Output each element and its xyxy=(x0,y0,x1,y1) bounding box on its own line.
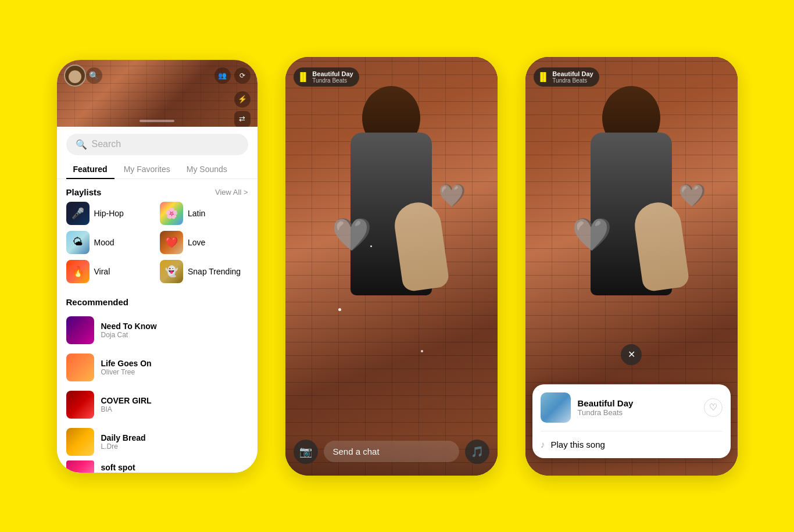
music-panel: 🔍 Search Featured My Favorites My Sounds… xyxy=(57,127,257,473)
song-card-divider xyxy=(541,431,723,431)
play-row: ♪ Play this song xyxy=(541,440,723,450)
rec-thumb-soft-spot xyxy=(66,460,94,473)
bottom-bar-2: 📷 Send a chat 🎵 xyxy=(285,434,498,476)
song-title: Beautiful Day xyxy=(578,398,697,408)
playlist-thumb-latin: 🌸 xyxy=(160,202,183,225)
rec-thumb-need-to-know xyxy=(66,316,94,344)
playlist-thumb-love: ❤️ xyxy=(160,231,183,254)
music-wave-icon-3: ▐▌ xyxy=(538,72,549,81)
view-all-button[interactable]: View All > xyxy=(215,188,248,197)
playlist-mood[interactable]: 🌤 Mood xyxy=(66,231,155,254)
song-artist: Tundra Beats xyxy=(578,408,697,417)
tab-my-sounds[interactable]: My Sounds xyxy=(180,160,234,178)
send-chat-input[interactable]: Send a chat xyxy=(324,441,459,462)
rec-title-soft-spot: soft spot xyxy=(101,463,135,472)
music-button-2[interactable]: 🎵 xyxy=(465,440,489,464)
rec-artist-daily-bread: L.Dre xyxy=(101,442,248,451)
music-badge-3[interactable]: ▐▌ Beautiful Day Tundra Beats xyxy=(534,67,599,87)
playlist-thumb-viral: 🔥 xyxy=(66,260,90,283)
ar-heart-left-3: 🩶 xyxy=(572,216,612,253)
playlist-name-hip-hop: Hip-Hop xyxy=(94,209,124,218)
avatar[interactable] xyxy=(64,65,86,87)
rec-info-cover-girl: COVER GIRL BIA xyxy=(101,396,248,413)
search-icon-top[interactable]: 🔍 xyxy=(86,67,102,84)
rec-title-cover-girl: COVER GIRL xyxy=(101,396,248,405)
playlist-latin[interactable]: 🌸 Latin xyxy=(160,202,248,225)
music-badge-2[interactable]: ▐▌ Beautiful Day Tundra Beats xyxy=(294,67,359,87)
playlists-header: Playlists View All > xyxy=(57,179,257,202)
music-note-icon: ♪ xyxy=(541,440,545,450)
camera-bg-2: 🩶 🩶 ▐▌ Beautiful Day Tundra Beats 📷 Send… xyxy=(285,57,498,476)
sparkle-3 xyxy=(370,245,372,247)
sparkle-2 xyxy=(421,350,423,352)
rec-item-daily-bread[interactable]: Daily Bread L.Dre xyxy=(57,423,257,460)
tabs-row: Featured My Favorites My Sounds xyxy=(57,160,257,179)
phone-camera-ar: 🩶 🩶 ▐▌ Beautiful Day Tundra Beats 📷 Send… xyxy=(285,57,498,476)
rec-artist-need-to-know: Doja Cat xyxy=(101,331,248,339)
rec-item-need-to-know[interactable]: Need To Know Doja Cat xyxy=(57,312,257,349)
rec-artist-cover-girl: BIA xyxy=(101,405,248,413)
playlist-viral[interactable]: 🔥 Viral xyxy=(66,260,155,283)
badge-song-title-2: Beautiful Day xyxy=(312,70,353,77)
rec-info-need-to-know: Need To Know Doja Cat xyxy=(101,322,248,339)
rec-thumb-cover-girl xyxy=(66,391,94,419)
playlist-name-mood: Mood xyxy=(94,238,115,247)
ar-heart-right: 🩶 xyxy=(438,183,466,208)
playlist-name-latin: Latin xyxy=(188,209,205,218)
playlists-title: Playlists xyxy=(66,187,102,197)
playlist-thumb-hip-hop: 🎤 xyxy=(66,202,90,225)
lightning-icon[interactable]: ⚡ xyxy=(234,91,251,108)
rec-title-daily-bread: Daily Bread xyxy=(101,433,248,442)
rec-info-daily-bread: Daily Bread L.Dre xyxy=(101,433,248,451)
rec-title-life-goes-on: Life Goes On xyxy=(101,359,248,368)
phone-song-card: 🩶 🩶 ▐▌ Beautiful Day Tundra Beats ✕ Beau… xyxy=(525,57,738,476)
badge-song-artist-2: Tundra Beats xyxy=(312,77,353,84)
playlist-name-snap-trending: Snap Trending xyxy=(188,267,241,276)
camera-bg-3: 🩶 🩶 ▐▌ Beautiful Day Tundra Beats ✕ Beau… xyxy=(525,57,738,476)
playlists-grid: 🎤 Hip-Hop 🌸 Latin 🌤 Mood xyxy=(57,202,257,289)
search-icon: 🔍 xyxy=(76,139,87,150)
rec-thumb-life-goes-on xyxy=(66,354,94,381)
camera-button-2[interactable]: 📷 xyxy=(294,440,318,464)
phones-container: 🔍 👥 ⟳ ⚡ ⇄ 🔍 Search xyxy=(57,57,738,476)
search-input[interactable]: Search xyxy=(92,139,121,149)
song-info: Beautiful Day Tundra Beats xyxy=(578,398,697,417)
playlist-thumb-snap-trending: 👻 xyxy=(160,260,183,283)
flip-icon[interactable]: ⇄ xyxy=(234,111,251,127)
recommended-header: Recommended xyxy=(57,289,257,312)
playlist-love[interactable]: ❤️ Love xyxy=(160,231,248,254)
top-bar: 🔍 👥 ⟳ xyxy=(57,65,257,87)
tab-featured[interactable]: Featured xyxy=(66,160,115,178)
tab-my-favorites[interactable]: My Favorites xyxy=(117,160,177,178)
music-wave-icon-2: ▐▌ xyxy=(298,72,309,81)
add-friend-icon[interactable]: 👥 xyxy=(214,67,231,84)
recommended-title: Recommended xyxy=(66,297,129,307)
playlist-thumb-mood: 🌤 xyxy=(66,231,90,254)
top-right-icons: 👥 ⟳ xyxy=(214,67,251,84)
sparkle-1 xyxy=(338,308,341,311)
rec-item-cover-girl[interactable]: COVER GIRL BIA xyxy=(57,386,257,423)
playlist-snap-trending[interactable]: 👻 Snap Trending xyxy=(160,260,248,283)
ar-heart-right-3: 🩶 xyxy=(678,183,706,208)
drag-handle xyxy=(140,120,174,122)
recommended-list: Need To Know Doja Cat Life Goes On Olive… xyxy=(57,312,257,473)
album-art xyxy=(541,392,571,423)
song-card: Beautiful Day Tundra Beats ♡ ♪ Play this… xyxy=(532,384,731,458)
rec-item-life-goes-on[interactable]: Life Goes On Oliver Tree xyxy=(57,349,257,386)
search-bar-wrap: 🔍 Search xyxy=(57,127,257,160)
phone-music-panel: 🔍 👥 ⟳ ⚡ ⇄ 🔍 Search xyxy=(57,60,257,473)
badge-texts-3: Beautiful Day Tundra Beats xyxy=(552,70,593,84)
favorite-button[interactable]: ♡ xyxy=(704,398,723,417)
close-song-card-button[interactable]: ✕ xyxy=(621,344,642,365)
rotate-camera-icon[interactable]: ⟳ xyxy=(234,67,251,84)
ar-heart-left: 🩶 xyxy=(332,216,372,253)
rec-artist-life-goes-on: Oliver Tree xyxy=(101,368,248,376)
badge-song-artist-3: Tundra Beats xyxy=(552,77,593,84)
playlist-name-viral: Viral xyxy=(94,267,110,276)
play-this-song-button[interactable]: Play this song xyxy=(551,440,605,449)
rec-thumb-daily-bread xyxy=(66,428,94,456)
playlist-name-love: Love xyxy=(188,238,205,247)
song-card-top: Beautiful Day Tundra Beats ♡ xyxy=(541,392,723,423)
playlist-hip-hop[interactable]: 🎤 Hip-Hop xyxy=(66,202,155,225)
search-bar[interactable]: 🔍 Search xyxy=(66,134,248,155)
